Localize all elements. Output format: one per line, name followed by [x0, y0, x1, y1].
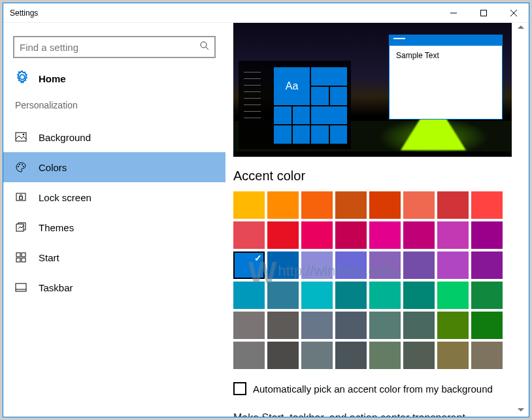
background-icon	[15, 131, 27, 143]
accent-swatch[interactable]	[471, 342, 503, 369]
sidebar: Home Personalization BackgroundColorsLoc…	[3, 23, 225, 417]
svg-point-11	[23, 166, 24, 167]
home-link[interactable]: Home	[3, 70, 225, 87]
svg-line-5	[206, 47, 208, 50]
accent-color-grid	[233, 191, 514, 369]
close-button[interactable]	[499, 3, 529, 23]
accent-swatch[interactable]	[335, 221, 367, 249]
sidebar-item-background[interactable]: Background	[3, 122, 225, 152]
accent-color-heading: Accent color	[233, 169, 514, 184]
accent-swatch[interactable]	[437, 312, 469, 339]
accent-swatch[interactable]	[233, 221, 265, 249]
window-body: Home Personalization BackgroundColorsLoc…	[3, 23, 529, 417]
accent-swatch[interactable]	[403, 342, 435, 369]
nav-label: Colors	[39, 162, 67, 173]
accent-swatch[interactable]	[267, 191, 299, 219]
accent-swatch[interactable]	[437, 251, 469, 279]
sidebar-item-themes[interactable]: Themes	[3, 212, 225, 242]
accent-swatch[interactable]	[403, 282, 435, 309]
auto-pick-label: Automatically pick an accent color from …	[253, 383, 493, 395]
svg-rect-18	[22, 258, 25, 262]
content-area: Aa Sample Text Accent color	[225, 23, 529, 417]
accent-swatch[interactable]	[233, 342, 265, 369]
accent-swatch[interactable]	[335, 251, 367, 279]
accent-swatch[interactable]	[403, 312, 435, 339]
sidebar-item-lock-screen[interactable]: Lock screen	[3, 182, 225, 212]
svg-rect-17	[16, 258, 20, 262]
window-title: Settings	[3, 8, 439, 18]
scroll-down-icon[interactable]	[518, 408, 524, 412]
maximize-button[interactable]	[469, 3, 499, 23]
nav-label: Background	[39, 132, 91, 143]
color-preview: Aa Sample Text	[233, 23, 512, 157]
svg-rect-6	[16, 133, 26, 141]
accent-swatch[interactable]	[403, 251, 435, 279]
scrollbar[interactable]	[516, 23, 526, 417]
accent-swatch[interactable]	[369, 282, 401, 309]
accent-swatch[interactable]	[301, 221, 333, 249]
search-box[interactable]	[13, 36, 216, 58]
accent-swatch[interactable]	[335, 312, 367, 339]
start-icon	[15, 251, 27, 263]
preview-sample-text: Sample Text	[390, 46, 502, 65]
accent-swatch[interactable]	[267, 251, 299, 279]
accent-swatch[interactable]	[403, 191, 435, 219]
sidebar-item-colors[interactable]: Colors	[3, 152, 225, 182]
taskbar-icon	[15, 282, 27, 293]
nav-label: Themes	[39, 222, 74, 233]
accent-swatch[interactable]	[267, 221, 299, 249]
accent-swatch[interactable]	[471, 312, 503, 339]
accent-swatch[interactable]	[471, 282, 503, 309]
scroll-up-icon[interactable]	[518, 25, 524, 29]
accent-swatch[interactable]	[335, 191, 367, 219]
svg-rect-19	[16, 283, 26, 291]
accent-swatch[interactable]	[267, 282, 299, 309]
transparent-heading: Make Start, taskbar, and action center t…	[233, 412, 514, 417]
gear-icon	[15, 70, 29, 87]
accent-swatch[interactable]	[335, 282, 367, 309]
accent-swatch[interactable]	[267, 312, 299, 339]
accent-swatch[interactable]	[437, 221, 469, 249]
accent-swatch[interactable]	[369, 251, 401, 279]
accent-swatch[interactable]	[403, 221, 435, 249]
svg-rect-13	[20, 197, 23, 199]
accent-swatch[interactable]	[471, 191, 503, 219]
accent-swatch[interactable]	[233, 191, 265, 219]
accent-swatch[interactable]	[471, 221, 503, 249]
accent-swatch[interactable]	[301, 251, 333, 279]
lock-screen-icon	[15, 191, 27, 203]
accent-swatch[interactable]	[335, 342, 367, 369]
svg-point-4	[201, 42, 207, 48]
accent-swatch[interactable]	[267, 342, 299, 369]
home-label: Home	[39, 73, 66, 84]
accent-swatch[interactable]	[369, 312, 401, 339]
search-input[interactable]	[20, 42, 200, 53]
accent-swatch[interactable]	[369, 221, 401, 249]
accent-swatch[interactable]	[301, 191, 333, 219]
accent-swatch[interactable]	[437, 282, 469, 309]
nav-label: Taskbar	[39, 282, 73, 293]
accent-swatch[interactable]	[471, 251, 503, 279]
auto-pick-checkbox[interactable]: Automatically pick an accent color from …	[233, 382, 514, 395]
accent-swatch[interactable]	[301, 282, 333, 309]
sidebar-item-taskbar[interactable]: Taskbar	[3, 272, 225, 302]
accent-swatch[interactable]	[369, 342, 401, 369]
svg-point-8	[18, 166, 19, 167]
accent-swatch[interactable]	[233, 312, 265, 339]
accent-swatch[interactable]	[301, 342, 333, 369]
search-icon	[200, 41, 209, 53]
checkbox-box[interactable]	[233, 382, 246, 395]
minimize-button[interactable]	[439, 3, 469, 23]
accent-swatch[interactable]	[369, 191, 401, 219]
colors-icon	[15, 161, 27, 173]
accent-swatch[interactable]	[437, 342, 469, 369]
svg-point-9	[19, 164, 20, 165]
accent-swatch[interactable]	[233, 282, 265, 309]
sidebar-item-start[interactable]: Start	[3, 242, 225, 272]
accent-swatch[interactable]	[233, 251, 265, 279]
accent-swatch[interactable]	[301, 312, 333, 339]
preview-tile-aa: Aa	[274, 67, 310, 105]
preview-start-menu: Aa	[239, 61, 351, 149]
accent-swatch[interactable]	[437, 191, 469, 219]
svg-rect-1	[481, 10, 487, 16]
